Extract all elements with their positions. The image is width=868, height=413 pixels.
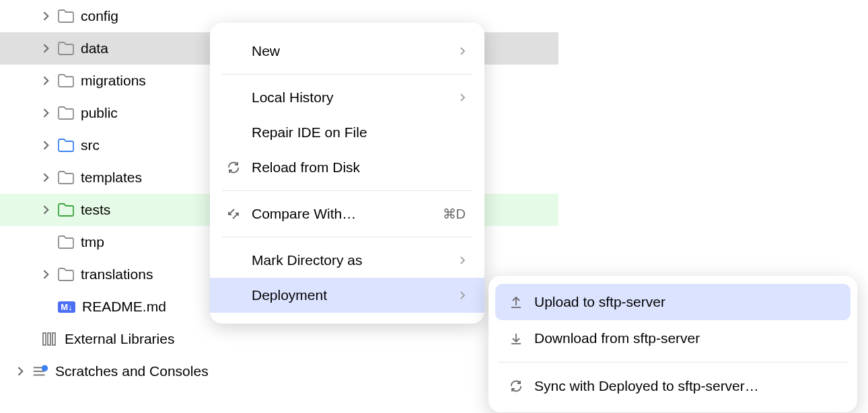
menu-item-download[interactable]: Download from sftp-server (495, 320, 851, 356)
chevron-right-icon (460, 291, 466, 299)
chevron-right-icon (42, 44, 51, 53)
tree-item-label: data (81, 40, 108, 57)
menu-item-label: Reload from Disk (252, 159, 466, 176)
chevron-right-icon (42, 108, 51, 118)
menu-item-repair-ide[interactable]: Repair IDE on File (210, 115, 484, 150)
menu-item-compare-with[interactable]: Compare With… ⌘D (210, 196, 484, 231)
chevron-right-icon (42, 141, 51, 150)
menu-item-reload-disk[interactable]: Reload from Disk (210, 150, 484, 185)
menu-item-label: Deployment (252, 287, 451, 303)
tree-item-label: translations (81, 266, 153, 283)
reload-icon (225, 159, 242, 176)
tree-item-label: External Libraries (65, 331, 174, 347)
menu-item-label: New (252, 43, 451, 59)
external-libraries[interactable]: External Libraries (0, 323, 558, 355)
chevron-right-icon (460, 93, 466, 102)
context-menu: New Local History Repair IDE on File Rel… (210, 23, 484, 324)
compare-icon (225, 205, 242, 223)
folder-icon (58, 266, 74, 283)
separator (222, 74, 472, 75)
menu-item-label: Mark Directory as (252, 252, 451, 268)
tree-item-label: migrations (81, 73, 146, 89)
chevron-right-icon (42, 270, 51, 279)
tree-item-label: config (81, 8, 118, 24)
menu-item-mark-directory[interactable]: Mark Directory as (210, 243, 484, 278)
menu-item-label: Compare With… (252, 206, 433, 222)
menu-item-new[interactable]: New (210, 34, 484, 69)
chevron-right-icon (42, 205, 51, 215)
separator (222, 190, 472, 191)
menu-item-label: Upload to sftp-server (534, 294, 834, 310)
folder-icon (58, 73, 74, 89)
tree-item-label: README.md (82, 299, 166, 315)
svg-rect-0 (43, 333, 46, 345)
sync-icon (507, 377, 525, 395)
svg-rect-2 (52, 333, 55, 345)
scratches-and-consoles[interactable]: Scratches and Consoles (0, 355, 558, 387)
deployment-submenu: Upload to sftp-server Download from sftp… (489, 276, 857, 412)
chevron-right-icon (42, 76, 51, 85)
folder-icon (58, 40, 74, 57)
scratches-icon (32, 363, 48, 379)
folder-icon (58, 202, 74, 218)
chevron-right-icon (42, 173, 51, 182)
tree-item-label: src (81, 137, 100, 153)
separator (498, 362, 848, 363)
svg-rect-1 (48, 333, 50, 345)
tree-item-label: public (81, 105, 118, 121)
menu-item-deployment[interactable]: Deployment (210, 278, 484, 313)
folder-icon (58, 8, 74, 24)
tree-item-label: templates (81, 170, 142, 186)
chevron-right-icon (460, 256, 466, 264)
folder-icon (58, 105, 74, 121)
upload-icon (507, 293, 525, 311)
folder-icon (58, 137, 74, 153)
chevron-right-icon (16, 367, 26, 376)
menu-item-upload[interactable]: Upload to sftp-server (495, 284, 851, 320)
chevron-right-icon (42, 11, 51, 21)
chevron-right-icon (460, 47, 466, 55)
menu-item-label: Local History (252, 89, 451, 106)
tree-item-label: Scratches and Consoles (55, 363, 209, 379)
folder-icon (58, 234, 74, 250)
shortcut-label: ⌘D (443, 206, 466, 222)
folder-icon (58, 170, 74, 186)
download-icon (507, 330, 525, 347)
tree-item-label: tests (81, 202, 110, 218)
menu-item-sync[interactable]: Sync with Deployed to sftp-server… (495, 368, 851, 404)
menu-item-label: Repair IDE on File (252, 124, 466, 141)
separator (222, 237, 472, 237)
library-icon (42, 331, 58, 347)
markdown-icon: M↓ (58, 301, 75, 313)
svg-point-6 (42, 365, 48, 371)
menu-item-label: Sync with Deployed to sftp-server… (534, 378, 834, 394)
menu-item-local-history[interactable]: Local History (210, 80, 484, 115)
tree-item-label: tmp (81, 234, 104, 250)
menu-item-label: Download from sftp-server (534, 330, 834, 346)
